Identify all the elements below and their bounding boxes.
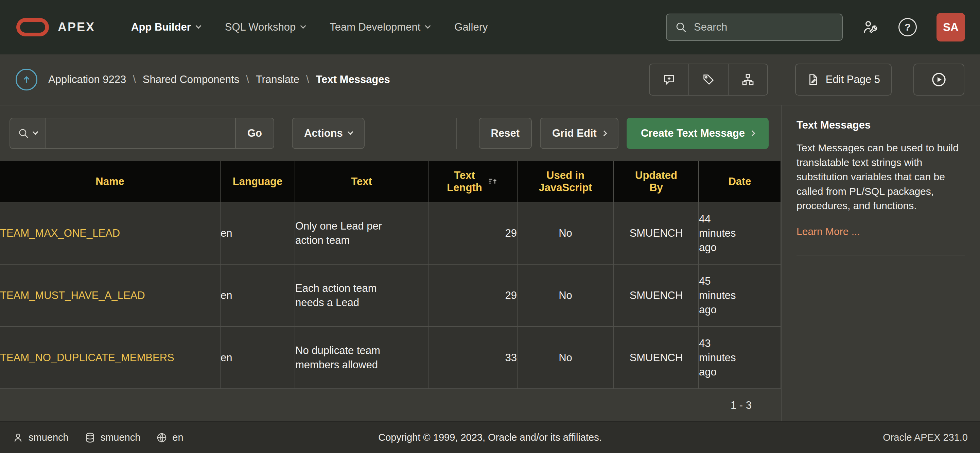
chevron-right-icon xyxy=(601,131,607,136)
footer-user: smuench xyxy=(12,432,68,443)
results-table: Name Language Text Text Length xyxy=(0,161,781,389)
message-name-link[interactable]: TEAM_NO_DUPLICATE_MEMBERS xyxy=(0,352,174,364)
column-header-used-in-javascript[interactable]: Used in JavaScript xyxy=(517,161,614,202)
sort-ascending-icon[interactable] xyxy=(487,176,498,187)
shortcuts-button[interactable] xyxy=(689,64,729,96)
admin-wrench-icon[interactable] xyxy=(862,19,879,35)
pagination-range: 1 - 3 xyxy=(730,399,752,412)
toolbar-divider xyxy=(457,118,457,149)
report-search-group: Go xyxy=(10,118,274,149)
search-icon xyxy=(675,21,687,33)
language-cell: en xyxy=(221,289,232,301)
column-label: Text Length xyxy=(447,169,482,194)
search-column-selector[interactable] xyxy=(10,118,46,149)
column-header-date[interactable]: Date xyxy=(698,161,781,202)
footer-user-label: smuench xyxy=(29,432,68,443)
column-label: Updated By xyxy=(634,169,679,194)
column-header-language[interactable]: Language xyxy=(220,161,295,202)
breadcrumb-separator: \ xyxy=(246,73,249,86)
create-text-message-button[interactable]: Create Text Message xyxy=(627,118,768,149)
database-icon xyxy=(84,432,96,443)
text-length-cell: 29 xyxy=(505,289,517,301)
globe-icon xyxy=(156,432,167,443)
avatar[interactable]: SA xyxy=(937,13,965,41)
date-cell: 43 minutes ago xyxy=(699,337,739,379)
column-label: Language xyxy=(233,175,282,188)
go-label: Go xyxy=(247,127,262,139)
column-header-text-length[interactable]: Text Length xyxy=(428,161,517,202)
date-cell: 45 minutes ago xyxy=(699,274,739,317)
breadcrumb-bar: Application 9223 \ Shared Components \ T… xyxy=(0,54,980,105)
person-icon xyxy=(12,432,24,443)
grid-edit-label: Grid Edit xyxy=(552,127,597,139)
report-toolbar: Go Actions Reset Grid Edit Create Text M… xyxy=(0,105,781,161)
sidebar-description: Text Messages can be used to build trans… xyxy=(797,141,965,213)
avatar-initials: SA xyxy=(943,21,959,33)
nav-label: Team Development xyxy=(329,21,420,33)
feedback-button[interactable] xyxy=(649,64,689,96)
table-row: TEAM_MAX_ONE_LEAD en Only one Lead per a… xyxy=(0,202,781,264)
actions-label: Actions xyxy=(304,127,343,139)
chevron-down-icon xyxy=(196,23,201,29)
utilization-button[interactable] xyxy=(728,64,768,96)
nav-label: SQL Workshop xyxy=(225,21,296,33)
message-name-link[interactable]: TEAM_MUST_HAVE_A_LEAD xyxy=(0,289,145,301)
chevron-down-icon xyxy=(33,129,38,135)
help-sidebar: Text Messages Text Messages can be used … xyxy=(781,105,980,421)
edit-page-button[interactable]: Edit Page 5 xyxy=(795,64,892,96)
date-cell: 44 minutes ago xyxy=(699,212,739,255)
nav-team-development[interactable]: Team Development xyxy=(317,0,442,54)
updated-by-cell: SMUENCH xyxy=(630,289,683,301)
page-edit-icon xyxy=(807,73,819,86)
play-icon xyxy=(931,72,947,88)
actions-button[interactable]: Actions xyxy=(292,118,364,149)
sitemap-icon xyxy=(741,73,755,86)
nav-gallery[interactable]: Gallery xyxy=(442,0,500,54)
reset-button[interactable]: Reset xyxy=(479,118,532,149)
footer-language: en xyxy=(156,432,183,443)
grid-edit-button[interactable]: Grid Edit xyxy=(540,118,619,149)
nav-app-builder[interactable]: App Builder xyxy=(119,0,213,54)
chevron-right-icon xyxy=(749,131,756,136)
text-cell: No duplicate team members allowed xyxy=(295,343,387,372)
run-page-button[interactable] xyxy=(913,64,964,96)
column-header-updated-by[interactable]: Updated By xyxy=(614,161,698,202)
create-label: Create Text Message xyxy=(641,127,745,139)
breadcrumb-shared-components[interactable]: Shared Components xyxy=(143,73,239,86)
message-name-link[interactable]: TEAM_MAX_ONE_LEAD xyxy=(0,227,120,239)
text-length-cell: 29 xyxy=(505,227,517,239)
text-cell: Each action team needs a Lead xyxy=(295,281,387,310)
sidebar-title: Text Messages xyxy=(797,119,965,131)
table-row: TEAM_MUST_HAVE_A_LEAD en Each action tea… xyxy=(0,264,781,327)
footer-schema: smuench xyxy=(84,432,141,443)
breadcrumb-translate[interactable]: Translate xyxy=(256,73,299,86)
language-cell: en xyxy=(221,227,232,239)
up-level-button[interactable] xyxy=(16,69,37,91)
language-cell: en xyxy=(221,352,232,364)
breadcrumb-separator: \ xyxy=(306,73,309,86)
column-header-name[interactable]: Name xyxy=(0,161,220,202)
column-header-text[interactable]: Text xyxy=(295,161,428,202)
column-label: Date xyxy=(728,175,751,188)
tag-icon xyxy=(702,73,715,86)
footer: smuench smuench en Copyright xyxy=(0,421,980,453)
top-header: APEX App Builder SQL Workshop Team Devel… xyxy=(0,0,980,54)
breadcrumb-application[interactable]: Application 9223 xyxy=(48,73,126,86)
nav-label: Gallery xyxy=(454,21,488,33)
breadcrumb: Application 9223 \ Shared Components \ T… xyxy=(48,73,390,86)
version-text: Oracle APEX 231.0 xyxy=(883,432,968,443)
apex-logo[interactable] xyxy=(16,18,49,37)
nav-label: App Builder xyxy=(131,21,191,33)
nav-sql-workshop[interactable]: SQL Workshop xyxy=(213,0,317,54)
column-label: Name xyxy=(95,175,124,188)
help-icon[interactable]: ? xyxy=(899,18,917,37)
go-button[interactable]: Go xyxy=(236,118,274,149)
search-icon xyxy=(18,128,29,139)
breadcrumb-separator: \ xyxy=(133,73,136,86)
learn-more-link[interactable]: Learn More ... xyxy=(797,226,860,237)
table-row: TEAM_NO_DUPLICATE_MEMBERS en No duplicat… xyxy=(0,327,781,389)
global-search-input[interactable] xyxy=(693,21,834,33)
column-label: Text xyxy=(351,175,372,188)
used-in-js-cell: No xyxy=(558,289,572,301)
report-search-input[interactable] xyxy=(46,118,236,149)
